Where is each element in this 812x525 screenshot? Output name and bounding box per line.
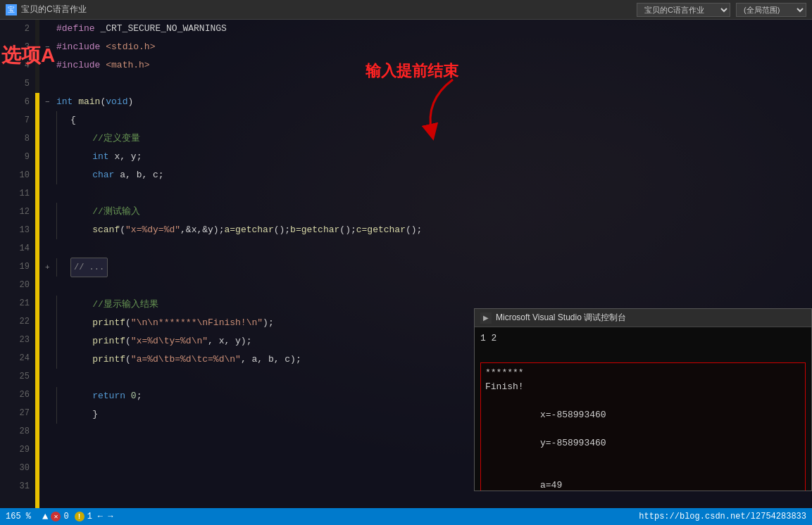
console-window: ▶ Microsoft Visual Studio 调试控制台 1 2 ****… [474, 308, 812, 491]
code-line-12: scanf ( "x=%dy=%d" ,&x,&y); a=getchar ()… [45, 221, 812, 239]
console-empty-1 [480, 346, 806, 360]
zoom-level[interactable]: 165 % [6, 512, 31, 521]
console-title: Microsoft Visual Studio 调试控制台 [496, 312, 626, 324]
console-xy: x=-858993460 y=-858993460 [485, 394, 801, 464]
code-line-8: int x, y; [45, 148, 812, 166]
console-x-val: x=-858993460 [540, 410, 606, 420]
file-dropdown[interactable]: 宝贝的C语言作业 [637, 3, 730, 17]
console-title-bar: ▶ Microsoft Visual Studio 调试控制台 [475, 309, 811, 327]
console-body: 1 2 ******* Finish! x=-858993460 y=-8589… [475, 327, 811, 491]
console-a-val: a=49 [540, 480, 562, 491]
code-line-14: + // ... [45, 258, 812, 277]
code-line-2: − #include <stdio.h> [45, 38, 812, 56]
console-abc: a=49 b=32 c=50 [485, 464, 801, 491]
console-finish: Finish! [485, 380, 801, 394]
console-output-block: ******* Finish! x=-858993460 y=-85899346… [480, 362, 806, 491]
code-line-1: #define _CRT_SECURE_NO_WARNINGS [45, 20, 812, 38]
code-line-9: char a, b, c; [45, 166, 812, 184]
code-line-11: //测试输入 [45, 203, 812, 221]
editor-container: 选项A 2 3 4 5 6 7 8 9 10 11 12 13 14 19 20… [0, 20, 812, 508]
code-line-31 [45, 497, 812, 508]
annotation-option-a: 选项A [1, 42, 55, 69]
error-icon: ✕ [51, 512, 61, 521]
console-stars: ******* [485, 366, 801, 380]
error-count[interactable]: ✕ 0 [51, 512, 68, 521]
nav-arrows[interactable]: ← → [98, 512, 113, 521]
nav-right-icon[interactable]: → [108, 512, 113, 521]
line-numbers: 2 3 4 5 6 7 8 9 10 11 12 13 14 19 20 21 … [0, 20, 35, 508]
warning-icon: ! [75, 512, 85, 521]
app-icon: 宝 [6, 4, 17, 15]
scope-dropdown[interactable]: (全局范围) [736, 3, 806, 17]
code-line-13 [45, 239, 812, 258]
console-app-icon: ▶ [480, 312, 492, 324]
console-input-line: 1 2 [480, 331, 806, 346]
nav-left-icon[interactable]: ← [98, 512, 103, 521]
warning-count[interactable]: ! 1 [75, 512, 92, 521]
title-bar: 宝 宝贝的C语言作业 宝贝的C语言作业 (全局范围) [0, 0, 812, 20]
code-line-19 [45, 277, 812, 296]
title-text: 宝贝的C语言作业 [21, 4, 637, 15]
console-y-val: y=-858993460 [540, 438, 606, 448]
arrow-early-end-icon [411, 72, 467, 143]
status-bar: 165 % ▲ ✕ 0 ! 1 ← → https://blog.csdn.ne… [0, 508, 812, 525]
code-line-10 [45, 184, 812, 203]
blog-url[interactable]: https://blog.csdn.net/l2754283833 [639, 512, 806, 521]
